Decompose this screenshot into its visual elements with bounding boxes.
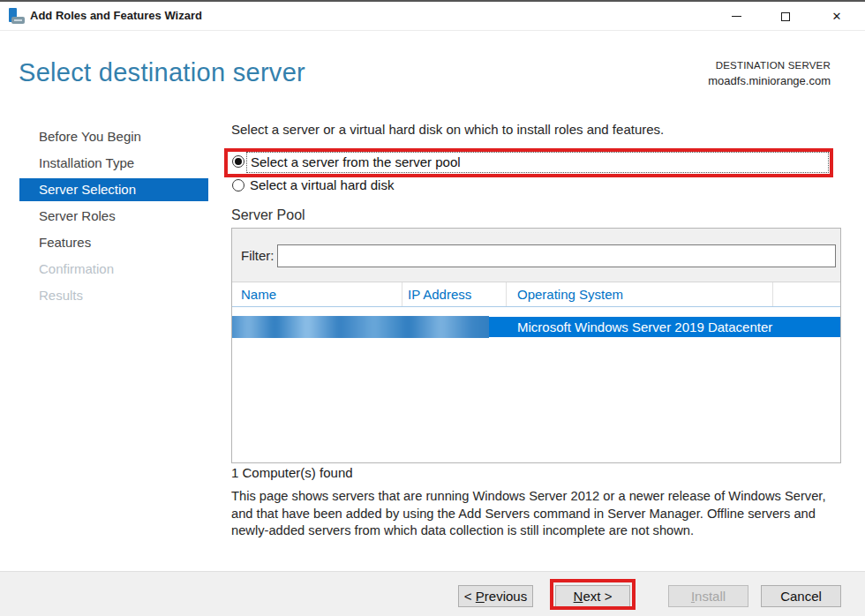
- cancel-button[interactable]: Cancel: [761, 585, 841, 607]
- footer-bar: < Previous Next > Install Cancel: [0, 571, 865, 616]
- destination-server-label: DESTINATION SERVER: [708, 60, 831, 71]
- radio-server-pool-label[interactable]: Select a server from the server pool: [247, 153, 828, 172]
- install-button: Install: [668, 585, 748, 607]
- destination-server-block: DESTINATION SERVER moadfs.miniorange.com: [708, 60, 831, 87]
- window-title: Add Roles and Features Wizard: [30, 9, 202, 22]
- radio-server-pool-focus-rect[interactable]: Select a server from the server pool: [246, 152, 829, 173]
- page-title: Select destination server: [19, 58, 305, 87]
- cancel-button-post: Cancel: [780, 589, 822, 604]
- redacted-name-ip-blur: [232, 316, 489, 338]
- minimize-button[interactable]: [716, 3, 756, 30]
- wizard-window: Add Roles and Features Wizard ✕ Select d…: [0, 0, 865, 616]
- radio-virtual-hard-disk[interactable]: [232, 179, 244, 192]
- server-manager-icon: [8, 7, 26, 25]
- computers-found-text: 1 Computer(s) found: [231, 465, 353, 480]
- filter-input[interactable]: [277, 244, 836, 267]
- server-pool-title: Server Pool: [231, 207, 305, 223]
- radio-server-pool[interactable]: [232, 155, 244, 168]
- titlebar: Add Roles and Features Wizard ✕: [0, 2, 865, 31]
- page-description: This page shows servers that are running…: [231, 488, 851, 540]
- previous-button[interactable]: < Previous: [458, 585, 533, 607]
- wizard-steps-sidebar: Before You Begin Installation Type Serve…: [19, 125, 208, 311]
- destination-server-value: moadfs.miniorange.com: [708, 74, 831, 87]
- column-header-ip-address[interactable]: IP Address: [402, 282, 507, 306]
- intro-text: Select a server or a virtual hard disk o…: [231, 122, 664, 137]
- close-button[interactable]: ✕: [816, 3, 857, 30]
- maximize-button[interactable]: [765, 3, 806, 30]
- column-header-name[interactable]: Name: [232, 282, 402, 306]
- server-table-header: Name IP Address Operating System: [232, 282, 840, 307]
- row-operating-system: Microsoft Windows Server 2019 Datacenter: [517, 317, 772, 337]
- maximize-icon: [781, 12, 790, 21]
- server-table-body: Microsoft Windows Server 2019 Datacenter: [232, 307, 840, 462]
- filter-label: Filter:: [241, 248, 275, 263]
- sidebar-item-server-roles[interactable]: Server Roles: [19, 205, 208, 231]
- filter-strip: Filter:: [232, 229, 840, 282]
- sidebar-item-features[interactable]: Features: [19, 231, 208, 258]
- sidebar-item-confirmation: Confirmation: [19, 258, 208, 284]
- sidebar-item-installation-type[interactable]: Installation Type: [19, 152, 208, 178]
- install-button-post: nstall: [695, 589, 726, 604]
- server-tray-stripe: [14, 19, 22, 21]
- close-icon: ✕: [832, 11, 842, 22]
- column-header-spacer: [773, 282, 840, 306]
- sidebar-item-server-selection[interactable]: Server Selection: [19, 178, 208, 201]
- sidebar-item-before-you-begin[interactable]: Before You Begin: [19, 125, 208, 152]
- previous-button-post: revious: [485, 589, 527, 604]
- table-row-selected-server[interactable]: Microsoft Windows Server 2019 Datacenter: [232, 317, 840, 337]
- radio-virtual-hard-disk-label[interactable]: Select a virtual hard disk: [250, 177, 394, 192]
- previous-button-pre: <: [464, 589, 476, 604]
- previous-button-accesskey: P: [476, 589, 485, 604]
- column-header-operating-system[interactable]: Operating System: [507, 282, 773, 306]
- next-button-accesskey: N: [574, 589, 583, 604]
- next-button[interactable]: Next >: [555, 585, 630, 607]
- next-button-post: ext >: [583, 589, 612, 604]
- redaction-blob: [232, 316, 489, 338]
- minimize-icon: [732, 16, 741, 17]
- sidebar-item-results: Results: [19, 284, 208, 311]
- server-pool-group: Filter: Name IP Address Operating System…: [231, 228, 841, 463]
